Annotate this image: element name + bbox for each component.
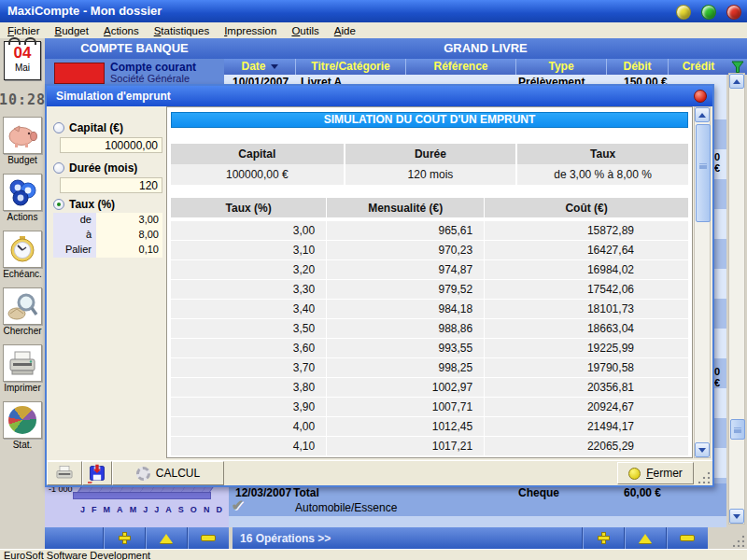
simulation-row: 3,60993,5519225,99 [171, 339, 688, 358]
menu-fichier[interactable]: Fichier [0, 24, 48, 37]
arrow-up-icon [698, 113, 706, 118]
simulation-row: 3,30979,5217542,06 [171, 280, 688, 300]
resize-grip[interactable] [733, 535, 745, 547]
menu-budget[interactable]: Budget [48, 24, 96, 37]
minimize-button[interactable] [676, 5, 691, 20]
printer-icon [54, 464, 75, 483]
taux-de-label: de [53, 213, 96, 228]
scroll-down-button[interactable] [729, 509, 744, 524]
arrow-up-icon [733, 79, 740, 84]
column-header-reference[interactable]: Référence [406, 59, 516, 75]
sidebar-item-label: Chercher [2, 326, 43, 336]
menu-outils[interactable]: Outils [284, 24, 326, 37]
taux-de-input[interactable]: 3,00 [96, 213, 162, 228]
save-button[interactable] [82, 461, 112, 485]
summary-col-taux: Taux [515, 144, 688, 164]
parameters-panel: Capital (€) 100000,00 Durée (mois) 120 T… [47, 106, 166, 460]
simulation-row: 3,00965,6115872,89 [171, 221, 688, 241]
summary-col-duree: Durée [344, 144, 516, 164]
duree-radio[interactable]: Durée (mois) [53, 161, 137, 175]
gear-icon [136, 467, 150, 481]
sidebar-item-stat[interactable]: Stat. [2, 401, 43, 450]
dialog-scroll-up-button[interactable] [695, 107, 710, 122]
dialog-title-bar[interactable]: Simulation d'emprunt [47, 86, 712, 106]
dialog-resize-grip[interactable] [698, 471, 711, 483]
capital-input[interactable]: 100000,00 [60, 137, 162, 153]
ledger-rows-partial: 0 € 0 € [714, 90, 726, 483]
dialog-title: Simulation d'emprunt [56, 90, 171, 103]
sidebar-item-imprimer[interactable]: Imprimer [2, 344, 43, 393]
taux-a-input[interactable]: 8,00 [96, 228, 162, 243]
dialog-scroll-down-button[interactable] [695, 442, 710, 457]
dialog-button-bar: CALCUL Fermer [47, 460, 712, 485]
ledger-bottom-strip [224, 516, 726, 527]
dialog-scrollbar-thumb[interactable] [696, 124, 711, 222]
scroll-up-button[interactable] [729, 74, 744, 89]
menu-actions[interactable]: Actions [96, 24, 147, 37]
sidebar-item-label: Imprimer [2, 383, 43, 393]
sidebar-item-echeancier[interactable]: Echéanc. [2, 231, 43, 279]
sidebar-item-chercher[interactable]: Chercher [2, 287, 43, 336]
summary-table: Capital Durée Taux 100000,00 € 120 mois … [171, 144, 688, 185]
simulation-row: 3,20974,8716984,02 [171, 260, 688, 280]
capital-radio[interactable]: Capital (€) [53, 121, 123, 134]
operations-count[interactable]: 16 Opérations >> [233, 532, 582, 545]
sidebar-item-label: Budget [2, 155, 43, 165]
menu-bar: Fichier Budget Actions Statistiques Impr… [0, 22, 747, 39]
menu-impression[interactable]: Impression [217, 24, 284, 37]
main-scrollbar[interactable] [728, 73, 745, 525]
summary-col-capital: Capital [171, 144, 344, 164]
chart-toolbar [45, 527, 229, 549]
column-header-type[interactable]: Type [516, 59, 607, 75]
ledger-column-headers: Date Titre/Catégorie Référence Type Débi… [224, 59, 728, 75]
duree-input[interactable]: 120 [60, 177, 162, 193]
menu-aide[interactable]: Aide [327, 24, 363, 37]
simulation-row: 3,801002,9720356,81 [171, 378, 688, 398]
taux-range-fields: de 3,00 à 8,00 Palier 0,10 [53, 213, 162, 258]
taux-palier-input[interactable]: 0,10 [96, 243, 162, 258]
calcul-button-label: CALCUL [156, 467, 200, 480]
dialog-body: Capital (€) 100000,00 Durée (mois) 120 T… [47, 106, 712, 460]
remove-button[interactable] [187, 527, 229, 549]
title-bar[interactable]: MaxiCompte - Mon dossier [0, 0, 747, 22]
sidebar-item-budget[interactable]: Budget [2, 117, 43, 165]
dialog-scrollbar[interactable] [694, 106, 711, 458]
sidebar-item-actions[interactable]: Actions [2, 174, 43, 222]
sidebar: 04 Mai 10:28 Budget [0, 38, 46, 549]
dialog-close-button[interactable] [694, 90, 707, 103]
partial-amount: 0 € [714, 151, 726, 174]
triangle-up-icon [639, 534, 652, 543]
menu-statistiques[interactable]: Statistiques [147, 24, 217, 37]
simulation-row: 3,10970,2316427,64 [171, 241, 688, 260]
maximize-button[interactable] [701, 5, 716, 20]
radio-selected-icon [53, 199, 64, 210]
total-label: Total [293, 486, 319, 499]
up-operation-button[interactable] [624, 527, 666, 549]
taux-radio[interactable]: Taux (%) [53, 198, 115, 211]
simulation-row: 3,70998,2519790,58 [171, 358, 688, 378]
status-bar: EuroSoft Software Development [0, 549, 747, 560]
fermer-button[interactable]: Fermer [617, 462, 694, 484]
remove-operation-button[interactable] [666, 527, 708, 549]
calendar-day: 04 [5, 44, 40, 63]
column-header-credit[interactable]: Crédit [669, 59, 728, 75]
column-header-titre-categorie[interactable]: Titre/Catégorie [296, 59, 406, 75]
arrow-down-icon [733, 514, 740, 519]
scrollbar-thumb[interactable] [730, 419, 745, 440]
clock-display: 10:28 [0, 91, 46, 108]
column-header-date[interactable]: Date [224, 59, 296, 75]
add-operation-button[interactable] [582, 527, 624, 549]
print-button[interactable] [47, 461, 82, 485]
close-button[interactable] [726, 5, 741, 20]
calcul-button[interactable]: CALCUL [112, 461, 224, 485]
taux-a-label: à [53, 228, 96, 243]
close-ball-icon [628, 468, 641, 480]
pie-chart-icon [3, 401, 42, 439]
minus-icon [201, 535, 216, 541]
up-button[interactable] [145, 527, 187, 549]
ledger-total-row[interactable]: 12/03/2007 Total Cheque 60,00 € ✔ Automo… [224, 483, 726, 516]
add-button[interactable] [103, 527, 145, 549]
column-header-debit[interactable]: Débit [607, 59, 669, 75]
account-panel[interactable]: Compte courant Société Générale [45, 59, 224, 84]
simulation-table: Taux (%) Mensualité (€) Coût (€) 3,00965… [171, 198, 688, 456]
